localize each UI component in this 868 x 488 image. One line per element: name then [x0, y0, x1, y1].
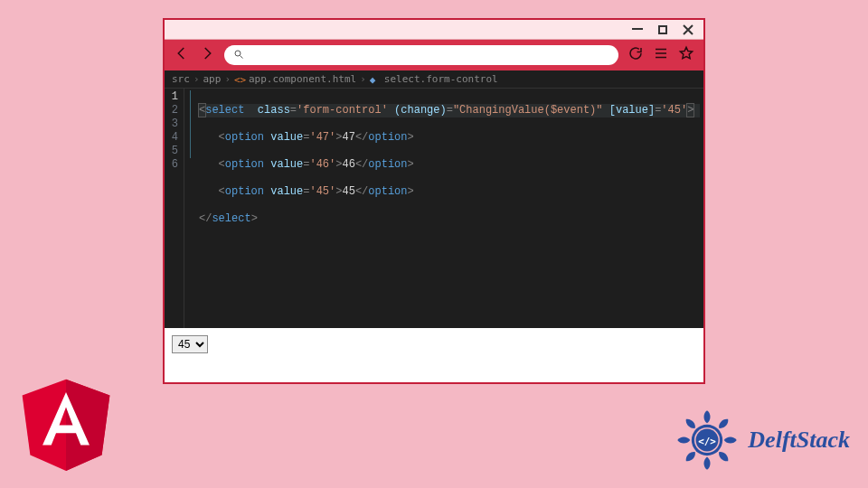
line-number: 2	[168, 104, 178, 117]
html-file-icon: <>	[234, 74, 245, 85]
star-icon[interactable]	[678, 45, 694, 65]
code-content[interactable]: <select class='form-control' (change)="C…	[195, 89, 703, 328]
editor-breadcrumb[interactable]: src › app › <> app.component.html › ◆ se…	[165, 70, 703, 89]
svg-point-0	[235, 51, 241, 56]
minimize-button[interactable]	[631, 23, 644, 36]
code-line[interactable]: </select>	[199, 212, 700, 226]
svg-text:</>: </>	[698, 436, 716, 447]
close-button[interactable]	[682, 23, 694, 36]
form-select[interactable]: 47 46 45	[172, 335, 208, 353]
maximize-button[interactable]	[656, 23, 669, 36]
delftstack-text: DelftStack	[748, 427, 850, 454]
search-icon	[233, 47, 244, 63]
reload-button[interactable]	[627, 45, 644, 65]
line-number: 1	[168, 90, 178, 104]
code-line[interactable]: <select class='form-control' (change)="C…	[199, 104, 700, 117]
rendered-page: 47 46 45	[165, 328, 703, 382]
line-number: 4	[168, 131, 178, 145]
hamburger-menu-icon[interactable]	[653, 45, 669, 65]
line-number-gutter: 1 2 3 4 5 6	[165, 89, 184, 328]
url-input[interactable]	[251, 49, 609, 61]
line-number: 5	[168, 145, 178, 158]
delftstack-logo: </> DelftStack	[672, 405, 850, 475]
angular-logo	[16, 371, 116, 475]
browser-toolbar	[165, 40, 703, 70]
mandala-icon: </>	[672, 405, 742, 475]
breadcrumb-part[interactable]: app.component.html	[249, 73, 356, 85]
browser-window: src › app › <> app.component.html › ◆ se…	[163, 18, 705, 384]
breadcrumb-part[interactable]: select.form-control	[384, 73, 498, 85]
indent-guides	[184, 89, 195, 328]
chevron-right-icon: ›	[224, 73, 231, 85]
svg-marker-2	[66, 380, 109, 471]
chevron-right-icon: ›	[360, 73, 366, 85]
code-editor[interactable]: 1 2 3 4 5 6 <select class='form-control'…	[165, 89, 703, 328]
window-titlebar	[165, 20, 703, 40]
chevron-right-icon: ›	[193, 73, 200, 85]
code-line[interactable]: <option value='46'>46</option>	[199, 158, 700, 172]
code-line[interactable]	[199, 239, 700, 253]
forward-button[interactable]	[199, 45, 215, 65]
breadcrumb-part[interactable]: app	[203, 73, 222, 85]
back-button[interactable]	[174, 45, 190, 65]
code-line[interactable]: <option value='47'>47</option>	[199, 131, 700, 145]
element-icon: ◆	[370, 74, 381, 85]
breadcrumb-part[interactable]: src	[172, 73, 190, 85]
url-bar[interactable]	[224, 45, 618, 65]
code-line[interactable]: <option value='45'>45</option>	[199, 185, 700, 199]
line-number: 6	[168, 158, 178, 172]
line-number: 3	[168, 117, 178, 131]
